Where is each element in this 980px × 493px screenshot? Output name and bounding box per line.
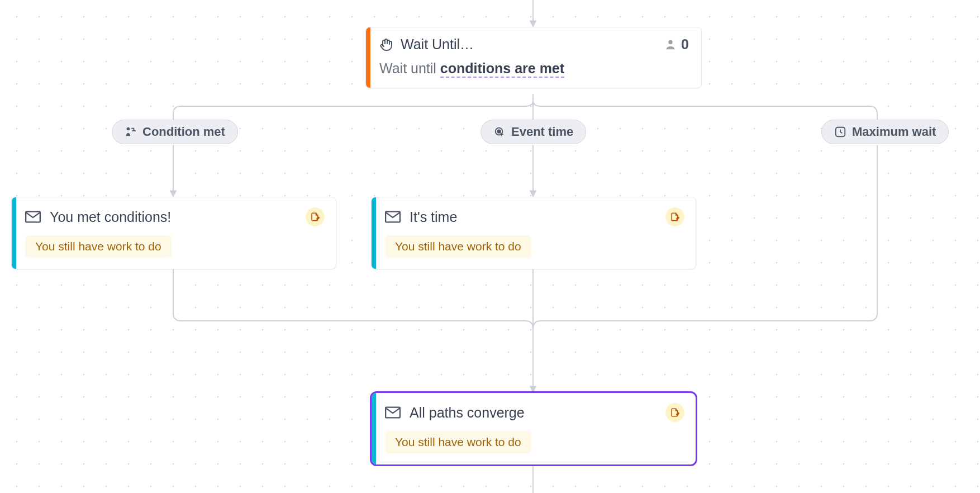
envelope-icon (25, 211, 41, 223)
draft-note-icon[interactable] (665, 207, 684, 226)
user-icon (664, 39, 677, 51)
user-count-value: 0 (681, 36, 689, 53)
warning-chip: You still have work to do (385, 431, 531, 453)
user-count: 0 (664, 36, 689, 53)
draft-note-icon[interactable] (306, 207, 325, 226)
warning-chip: You still have work to do (25, 235, 172, 258)
draft-note-icon[interactable] (665, 403, 684, 422)
branch-label: Maximum wait (852, 125, 936, 139)
wait-node-title: Wait Until… (401, 36, 474, 53)
wait-node-subtitle: Wait until conditions are met (379, 60, 689, 77)
cursor-click-icon (493, 126, 506, 138)
email-title: All paths converge (410, 405, 525, 421)
branch-pill-maximum-wait[interactable]: Maximum wait (821, 120, 949, 144)
node-stripe (372, 393, 376, 464)
flow-canvas[interactable]: Wait Until… 0 Wait until conditions are … (0, 0, 980, 493)
branch-pill-condition-met[interactable]: Condition met (112, 120, 238, 144)
email-node-conditions[interactable]: You met conditions! You still have work … (11, 197, 336, 269)
hand-icon (379, 38, 393, 51)
envelope-icon (385, 211, 401, 223)
node-stripe (12, 197, 16, 269)
branch-pill-event-time[interactable]: Event time (481, 120, 586, 144)
email-title: It's time (410, 209, 457, 225)
email-node-converge[interactable]: All paths converge You still have work t… (371, 392, 696, 465)
node-stripe (366, 27, 370, 88)
svg-point-10 (127, 127, 130, 131)
conditions-link[interactable]: conditions are met (440, 60, 564, 78)
wait-until-node[interactable]: Wait Until… 0 Wait until conditions are … (365, 27, 702, 88)
svg-point-9 (668, 40, 672, 44)
clock-icon (834, 126, 846, 138)
subtitle-prefix: Wait until (379, 60, 440, 76)
email-node-its-time[interactable]: It's time You still have work to do (371, 197, 696, 269)
person-branch-icon (125, 126, 137, 138)
email-title: You met conditions! (50, 209, 171, 225)
node-stripe (372, 197, 376, 269)
branch-label: Event time (511, 125, 573, 139)
branch-label: Condition met (142, 125, 225, 139)
warning-chip: You still have work to do (385, 235, 531, 258)
envelope-icon (385, 406, 401, 419)
